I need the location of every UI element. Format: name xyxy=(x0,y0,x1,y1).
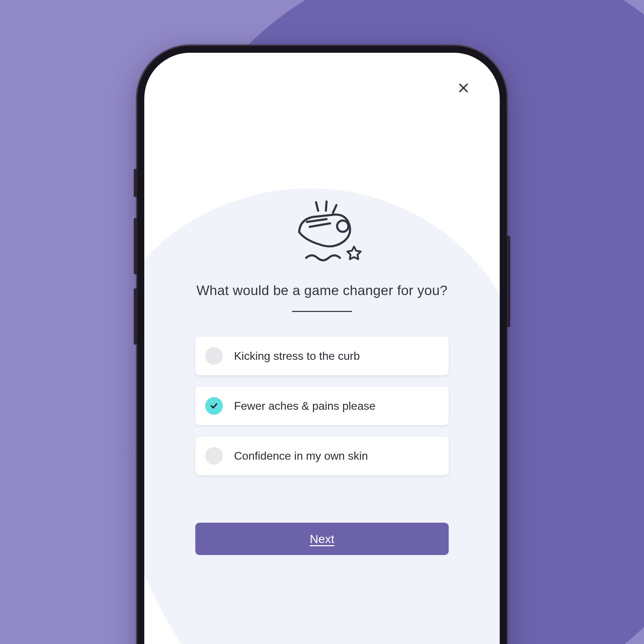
radio-selected xyxy=(205,397,223,415)
svg-line-3 xyxy=(326,202,327,211)
next-button-label: Next xyxy=(310,532,334,546)
svg-line-6 xyxy=(310,223,330,227)
question-heading: What would be a game changer for you? xyxy=(196,283,448,298)
option-aches[interactable]: Fewer aches & pains please xyxy=(195,387,449,425)
option-confidence[interactable]: Confidence in my own skin xyxy=(195,436,449,475)
option-label: Confidence in my own skin xyxy=(234,449,368,463)
radio-unselected xyxy=(205,347,223,365)
phone-screen: What would be a game changer for you? Ki… xyxy=(144,53,500,644)
phone-frame: What would be a game changer for you? Ki… xyxy=(137,46,507,644)
phone-power-button xyxy=(507,236,510,327)
option-label: Fewer aches & pains please xyxy=(234,400,375,413)
svg-line-5 xyxy=(307,219,327,222)
phone-volume-down-button xyxy=(134,288,137,345)
whistle-icon xyxy=(273,197,371,274)
options-list: Kicking stress to the curb Fewer aches &… xyxy=(195,337,449,475)
svg-line-2 xyxy=(316,202,318,211)
heading-underline xyxy=(292,311,352,312)
close-icon xyxy=(457,82,470,94)
close-button[interactable] xyxy=(454,78,473,98)
next-button[interactable]: Next xyxy=(195,523,449,555)
option-stress[interactable]: Kicking stress to the curb xyxy=(195,337,449,375)
phone-volume-up-button xyxy=(134,218,137,274)
svg-point-7 xyxy=(337,221,348,232)
content-area: What would be a game changer for you? Ki… xyxy=(144,53,500,644)
option-label: Kicking stress to the curb xyxy=(234,350,360,363)
phone-side-button xyxy=(134,169,137,197)
radio-unselected xyxy=(205,447,223,465)
svg-line-4 xyxy=(333,205,336,213)
check-icon xyxy=(209,401,219,410)
